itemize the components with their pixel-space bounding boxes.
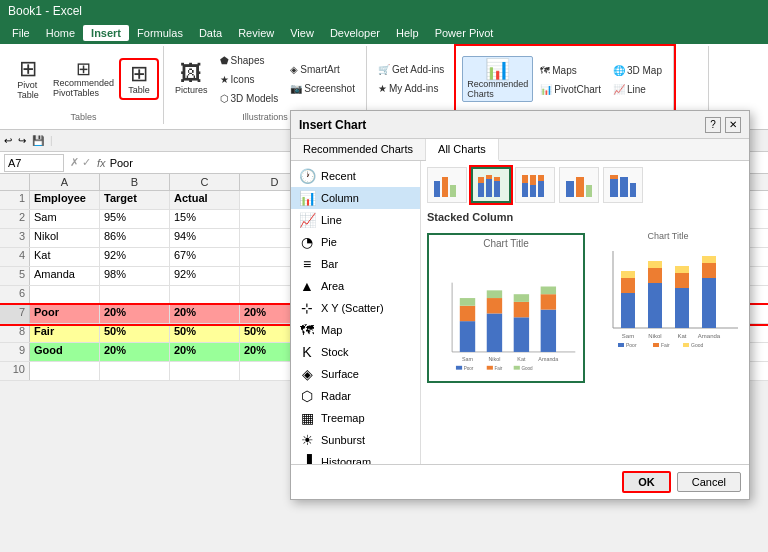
scatter-label: X Y (Scatter)	[321, 302, 384, 314]
dialog-controls: ? ✕	[705, 117, 741, 133]
chart-type-stock[interactable]: K Stock	[291, 341, 420, 363]
dialog-footer: OK Cancel	[291, 464, 749, 499]
dialog-body: 🕐 Recent 📊 Column 📈 Line ◔ Pie ≡ Ba	[291, 161, 749, 464]
svg-text:Sam: Sam	[622, 333, 634, 339]
svg-rect-5	[486, 179, 492, 197]
histogram-icon: ▐	[299, 454, 315, 464]
surface-label: Surface	[321, 368, 359, 380]
secondary-title: Chart Title	[593, 229, 743, 243]
insert-chart-dialog: Insert Chart ? ✕ Recommended Charts All …	[290, 110, 750, 500]
svg-rect-52	[648, 268, 662, 283]
ok-button[interactable]: OK	[622, 471, 671, 493]
area-icon: ▲	[299, 278, 315, 294]
tab-recommended-charts[interactable]: Recommended Charts	[291, 139, 426, 160]
column-icon: 📊	[299, 190, 315, 206]
svg-rect-55	[675, 273, 689, 288]
svg-rect-29	[487, 290, 502, 298]
preview-title: Chart Title	[429, 235, 583, 252]
subtype-clustered[interactable]	[427, 167, 467, 203]
svg-rect-17	[586, 185, 592, 197]
chart-preview-main: Chart Title	[427, 233, 585, 383]
chart-type-pie[interactable]: ◔ Pie	[291, 231, 420, 253]
svg-text:Good: Good	[521, 366, 533, 371]
chart-type-radar[interactable]: ⬡ Radar	[291, 385, 420, 407]
chart-preview-area: Stacked Column Chart Title	[421, 161, 749, 464]
chart-type-sunburst[interactable]: ☀ Sunburst	[291, 429, 420, 451]
svg-rect-34	[541, 294, 556, 309]
area-label: Area	[321, 280, 344, 292]
svg-rect-42	[487, 366, 493, 370]
svg-rect-8	[494, 177, 500, 181]
pie-label: Pie	[321, 236, 337, 248]
sunburst-label: Sunburst	[321, 434, 365, 446]
chart-type-line[interactable]: 📈 Line	[291, 209, 420, 231]
subtype-stacked[interactable]	[471, 167, 511, 203]
svg-rect-12	[530, 175, 536, 185]
svg-rect-20	[620, 177, 628, 197]
svg-text:Kat: Kat	[677, 333, 686, 339]
svg-rect-26	[460, 298, 475, 306]
svg-rect-27	[487, 313, 502, 352]
preview-section: Chart Title	[427, 229, 743, 387]
svg-text:Fair: Fair	[661, 342, 670, 348]
map-icon: 🗺	[299, 322, 315, 338]
svg-rect-66	[653, 343, 659, 347]
svg-rect-48	[621, 293, 635, 328]
recent-label: Recent	[321, 170, 356, 182]
svg-text:Kat: Kat	[517, 356, 526, 362]
subtype-100stacked[interactable]	[515, 167, 555, 203]
scatter-icon: ⊹	[299, 300, 315, 316]
section-label: Stacked Column	[427, 211, 743, 223]
surface-icon: ◈	[299, 366, 315, 382]
svg-rect-21	[630, 183, 636, 197]
chart-type-recent[interactable]: 🕐 Recent	[291, 165, 420, 187]
chart-type-treemap[interactable]: ▦ Treemap	[291, 407, 420, 429]
svg-rect-0	[434, 181, 440, 197]
svg-text:Nikol: Nikol	[488, 356, 500, 362]
tab-all-charts[interactable]: All Charts	[426, 139, 499, 161]
svg-rect-6	[486, 175, 492, 179]
map-label: Map	[321, 324, 342, 336]
svg-text:Nikol: Nikol	[648, 333, 661, 339]
svg-rect-4	[478, 177, 484, 183]
svg-rect-35	[541, 287, 556, 295]
histogram-label: Histogram	[321, 456, 371, 464]
dialog-title: Insert Chart	[299, 118, 366, 132]
chart-type-bar[interactable]: ≡ Bar	[291, 253, 420, 275]
svg-rect-14	[538, 175, 544, 181]
svg-rect-54	[675, 288, 689, 328]
chart-type-map[interactable]: 🗺 Map	[291, 319, 420, 341]
svg-rect-25	[460, 306, 475, 321]
dialog-tabs: Recommended Charts All Charts	[291, 139, 749, 161]
dialog-close-button[interactable]: ✕	[725, 117, 741, 133]
chart-type-surface[interactable]: ◈ Surface	[291, 363, 420, 385]
svg-rect-50	[621, 271, 635, 278]
column-label: Column	[321, 192, 359, 204]
dialog-help-button[interactable]: ?	[705, 117, 721, 133]
svg-rect-16	[576, 177, 584, 197]
chart-type-scatter[interactable]: ⊹ X Y (Scatter)	[291, 297, 420, 319]
chart-type-area[interactable]: ▲ Area	[291, 275, 420, 297]
stock-icon: K	[299, 344, 315, 360]
cancel-button[interactable]: Cancel	[677, 472, 741, 492]
svg-rect-10	[522, 175, 528, 183]
chart-preview-secondary: Chart Title	[593, 229, 743, 387]
svg-rect-31	[514, 302, 529, 317]
subtype-3d-stacked[interactable]	[603, 167, 643, 203]
chart-type-histogram[interactable]: ▐ Histogram	[291, 451, 420, 464]
svg-rect-30	[514, 317, 529, 352]
chart-subtypes	[427, 167, 743, 203]
chart-type-list: 🕐 Recent 📊 Column 📈 Line ◔ Pie ≡ Ba	[291, 161, 421, 464]
subtype-3d[interactable]	[559, 167, 599, 203]
chart-svg-secondary: Sam Nikol Kat Amanda Poor Fair Good	[593, 243, 743, 353]
svg-rect-68	[683, 343, 689, 347]
svg-rect-56	[675, 266, 689, 273]
pie-icon: ◔	[299, 234, 315, 250]
svg-rect-3	[478, 183, 484, 197]
svg-text:Sam: Sam	[462, 356, 474, 362]
radar-icon: ⬡	[299, 388, 315, 404]
chart-type-column[interactable]: 📊 Column	[291, 187, 420, 209]
svg-rect-2	[450, 185, 456, 197]
svg-rect-64	[618, 343, 624, 347]
line-type-icon: 📈	[299, 212, 315, 228]
